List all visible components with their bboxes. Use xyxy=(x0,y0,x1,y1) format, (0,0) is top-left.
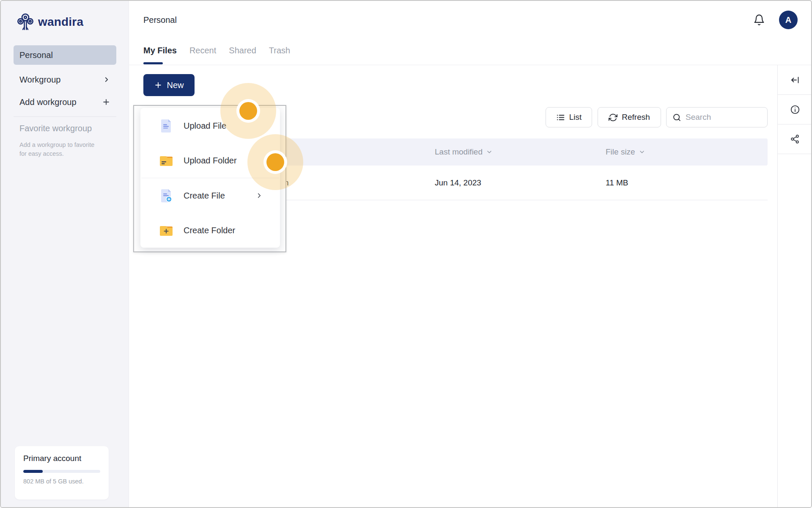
hint-line: Add a workgroup to favorite xyxy=(19,141,94,148)
chevron-right-icon xyxy=(103,76,110,83)
menu-item-create-folder[interactable]: Create Folder xyxy=(140,213,280,248)
plus-icon xyxy=(102,98,110,106)
favorite-workgroup-hint: Add a workgroup to favorite for easy acc… xyxy=(19,141,94,158)
file-size: 11 MB xyxy=(606,178,628,188)
column-label: File size xyxy=(606,147,635,157)
new-button-label: New xyxy=(167,80,184,90)
search-box xyxy=(666,107,768,127)
brand-name: wandira xyxy=(38,15,83,29)
collapse-panel-button[interactable] xyxy=(778,65,812,95)
refresh-icon xyxy=(609,113,617,122)
hint-line: for easy access. xyxy=(19,150,64,157)
menu-item-label: Upload File xyxy=(184,121,226,131)
upload-file-icon xyxy=(159,119,173,133)
submenu-chevron-right-icon xyxy=(255,192,263,199)
menu-item-label: Create Folder xyxy=(184,226,235,235)
storage-progress-track xyxy=(23,470,100,473)
file-last-modified: Jun 14, 2023 xyxy=(435,178,481,188)
plus-icon xyxy=(154,81,162,89)
sidebar-item-label: Personal xyxy=(19,50,53,60)
app-window: wandira Personal Workgroup Add workgroup… xyxy=(0,0,812,508)
tabs-bottom-border xyxy=(129,65,812,65)
storage-progress-fill xyxy=(23,470,43,473)
share-icon xyxy=(790,134,800,144)
column-label: Last modified xyxy=(435,147,483,157)
brand-logo: wandira xyxy=(17,13,83,31)
tab-my-files[interactable]: My Files xyxy=(143,46,177,63)
list-icon xyxy=(556,113,565,122)
menu-item-label: Create File xyxy=(184,191,225,201)
list-button-label: List xyxy=(569,113,582,122)
search-icon xyxy=(672,113,681,122)
menu-item-label: Upload Folder xyxy=(184,156,237,166)
tree-logo-icon xyxy=(17,13,34,31)
page-title: Personal xyxy=(143,15,177,25)
storage-usage-text: 802 MB of 5 GB used. xyxy=(23,478,100,485)
tab-recent[interactable]: Recent xyxy=(189,46,216,63)
right-side-rail xyxy=(777,65,812,508)
upload-folder-icon xyxy=(159,153,173,168)
column-header-last-modified[interactable]: Last modified xyxy=(435,147,493,157)
menu-item-create-file[interactable]: Create File xyxy=(140,178,280,213)
search-input[interactable] xyxy=(686,113,761,122)
share-panel-button[interactable] xyxy=(778,124,812,154)
tab-shared[interactable]: Shared xyxy=(229,46,256,63)
user-avatar[interactable]: A xyxy=(779,11,798,29)
new-button[interactable]: New xyxy=(143,74,195,96)
sidebar-divider xyxy=(14,116,116,117)
column-header-file-size[interactable]: File size xyxy=(606,147,645,157)
active-tab-underline xyxy=(143,62,163,64)
info-panel-button[interactable] xyxy=(778,95,812,124)
menu-item-upload-folder[interactable]: Upload Folder xyxy=(140,143,280,178)
notifications-bell-icon[interactable] xyxy=(753,14,766,27)
create-folder-icon xyxy=(159,223,173,237)
refresh-button[interactable]: Refresh xyxy=(598,107,661,127)
list-view-button[interactable]: List xyxy=(546,107,592,127)
sidebar-item-personal[interactable]: Personal xyxy=(14,45,116,65)
new-dropdown-menu: Upload File Upload Folder xyxy=(140,108,280,248)
storage-account-card: Primary account 802 MB of 5 GB used. xyxy=(15,446,109,500)
tab-trash[interactable]: Trash xyxy=(269,46,290,63)
sidebar-item-label: Workgroup xyxy=(19,75,60,85)
refresh-button-label: Refresh xyxy=(622,113,650,122)
sidebar-item-workgroup[interactable]: Workgroup xyxy=(14,70,116,89)
account-title: Primary account xyxy=(23,454,100,463)
menu-item-upload-file[interactable]: Upload File xyxy=(140,108,280,143)
create-file-icon xyxy=(159,188,173,203)
sidebar: wandira Personal Workgroup Add workgroup… xyxy=(1,1,129,507)
collapse-to-left-icon xyxy=(790,75,800,85)
info-icon xyxy=(790,105,800,115)
file-tabs: My Files Recent Shared Trash xyxy=(143,46,290,63)
sidebar-item-label: Add workgroup xyxy=(19,97,77,107)
favorite-workgroup-heading: Favorite workgroup xyxy=(19,124,92,133)
sidebar-item-add-workgroup[interactable]: Add workgroup xyxy=(14,92,116,112)
chevron-down-icon xyxy=(639,149,645,155)
avatar-initial: A xyxy=(785,15,791,25)
chevron-down-icon xyxy=(486,149,493,155)
